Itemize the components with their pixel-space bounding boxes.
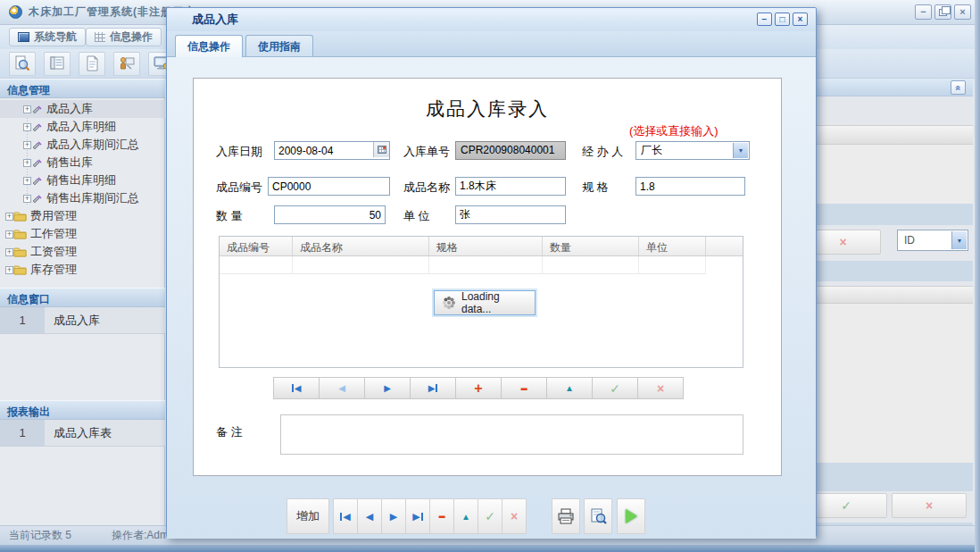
post-check-icon: ✓	[485, 509, 495, 523]
product-code-input[interactable]	[268, 177, 390, 196]
id-field-combo[interactable]: ID ▼	[897, 230, 968, 251]
grid-cell	[293, 256, 429, 274]
document-button[interactable]	[79, 52, 105, 76]
tree-item-inbound-summary[interactable]: 成品入库期间汇总	[0, 136, 165, 154]
tree-item-expense-management[interactable]: 费用管理	[0, 207, 165, 225]
expand-plus-icon[interactable]	[23, 105, 31, 113]
right-grid-body	[803, 145, 973, 204]
preview-button[interactable]	[584, 498, 612, 534]
grid-cell	[220, 256, 293, 274]
spec-input[interactable]	[635, 177, 745, 196]
expand-plus-icon[interactable]	[5, 266, 13, 274]
collapse-panel-button[interactable]: «	[951, 80, 966, 95]
dialog-bottom-toolbar: 增加 ◀ ◀ ▶ ▶ − ▲ ✓ ×	[167, 498, 816, 536]
grid-col-product-code[interactable]: 成品编号	[220, 237, 293, 255]
bottom-nav-delete-button[interactable]: −	[429, 498, 454, 534]
main-restore-button[interactable]	[934, 4, 951, 20]
grid-col-spec[interactable]: 规格	[429, 237, 543, 255]
preview-magnifier-icon	[590, 508, 607, 525]
bottom-nav-post-button[interactable]: ✓	[478, 498, 502, 534]
confirm-button[interactable]: ✓	[805, 493, 887, 518]
expand-plus-icon[interactable]	[23, 141, 31, 149]
nav-next-button[interactable]: ▶	[364, 377, 411, 399]
expand-plus-icon[interactable]	[5, 248, 13, 256]
operator-button[interactable]	[113, 52, 140, 76]
dialog-tab-user-guide[interactable]: 使用指南	[245, 35, 313, 56]
bottom-nav-edit-button[interactable]: ▲	[453, 498, 478, 534]
tree-item-salary-management[interactable]: 工资管理	[0, 243, 165, 261]
dialog-close-button[interactable]: ×	[793, 13, 808, 26]
handler-combo[interactable]: 厂长 ▼	[635, 141, 750, 160]
product-name-label: 成品名称	[403, 180, 450, 196]
chevron-down-icon: ▼	[733, 143, 748, 158]
nav-post-button[interactable]: ✓	[592, 377, 638, 399]
nav-delete-button[interactable]: −	[501, 377, 547, 399]
prior-record-icon: ◀	[338, 384, 345, 393]
bottom-nav-next-button[interactable]: ▶	[381, 498, 406, 534]
nav-edit-button[interactable]: ▲	[546, 377, 593, 399]
unit-input[interactable]	[455, 205, 566, 224]
bottom-nav-last-button[interactable]: ▶	[405, 498, 430, 534]
quantity-input[interactable]	[274, 205, 386, 224]
date-picker-button[interactable]	[373, 142, 389, 157]
tree-item-sales-outbound[interactable]: 销售出库	[0, 154, 165, 171]
expand-plus-icon[interactable]	[23, 159, 31, 167]
tree-item-inventory-management[interactable]: 库存管理	[0, 261, 165, 279]
expand-plus-icon[interactable]	[5, 230, 13, 238]
grid-col-unit[interactable]: 单位	[639, 237, 706, 255]
expand-plus-icon[interactable]	[23, 123, 31, 131]
grid-col-product-name[interactable]: 成品名称	[293, 237, 429, 255]
expand-plus-icon[interactable]	[5, 213, 13, 221]
report-row[interactable]: 1 成品入库表	[0, 420, 165, 447]
input-hint: (选择或直接输入)	[629, 123, 718, 139]
nav-cancel-button[interactable]: ×	[637, 377, 684, 399]
tree-item-label: 销售出库	[46, 155, 93, 171]
collapse-chevron-icon: «	[953, 85, 963, 90]
tree-item-finished-goods-inbound[interactable]: 成品入库	[0, 100, 165, 118]
red-x-icon: ×	[926, 498, 933, 513]
tree-item-work-management[interactable]: 工作管理	[0, 225, 165, 243]
bottom-nav-prior-button[interactable]: ◀	[357, 498, 382, 534]
add-button[interactable]: 增加	[287, 498, 329, 534]
sidebar-group-info-management[interactable]: 信息管理	[0, 79, 165, 98]
tree-item-outbound-summary[interactable]: 销售出库期间汇总	[0, 189, 165, 207]
nav-first-button[interactable]: ◀	[273, 377, 320, 399]
window-frame-bottom	[0, 545, 980, 552]
nav-prior-button[interactable]: ◀	[319, 377, 365, 399]
tree-item-inbound-detail[interactable]: 成品入库明细	[0, 118, 165, 136]
list-view-button[interactable]	[44, 52, 71, 76]
bottom-nav-cancel-button[interactable]: ×	[502, 498, 527, 534]
tab-system-navigation[interactable]: 系统导航	[9, 28, 86, 46]
main-minimize-button[interactable]: −	[915, 4, 932, 20]
cancel-x-icon: ×	[657, 381, 664, 396]
expand-plus-icon[interactable]	[23, 177, 31, 185]
dialog-minimize-button[interactable]: −	[757, 13, 772, 26]
grid-col-quantity[interactable]: 数量	[543, 237, 639, 255]
sidebar-group-info-windows[interactable]: 信息窗口	[0, 288, 165, 307]
bottom-nav-first-button[interactable]: ◀	[333, 498, 358, 534]
dialog-titlebar[interactable]: 成品入库 − □ ×	[167, 8, 816, 31]
main-close-button[interactable]: ×	[954, 4, 971, 20]
tab-label: 信息操作	[110, 29, 153, 45]
nav-last-button[interactable]: ▶	[410, 377, 456, 399]
search-button[interactable]	[9, 52, 36, 76]
tree-item-label: 销售出库明细	[46, 172, 116, 188]
grid-header: 成品编号 成品名称 规格 数量 单位	[220, 237, 743, 256]
run-button[interactable]	[617, 498, 645, 534]
product-name-input[interactable]	[455, 177, 566, 196]
print-button[interactable]	[552, 498, 580, 534]
tree-item-outbound-detail[interactable]: 销售出库明细	[0, 171, 165, 189]
printer-icon	[557, 508, 575, 524]
right-grid-body-2	[803, 304, 973, 463]
sidebar-group-report-output[interactable]: 报表输出	[0, 400, 165, 420]
dialog-tab-info-operation[interactable]: 信息操作	[175, 35, 243, 57]
info-window-row[interactable]: 1 成品入库	[0, 307, 165, 334]
last-record-icon: ▶	[412, 512, 422, 522]
remark-textarea[interactable]	[280, 414, 743, 455]
tab-info-operation[interactable]: 信息操作	[86, 28, 162, 46]
grid-icon	[95, 32, 105, 42]
dialog-maximize-button[interactable]: □	[775, 13, 790, 26]
expand-plus-icon[interactable]	[23, 195, 31, 203]
nav-insert-button[interactable]: +	[455, 377, 502, 399]
cancel-button[interactable]: ×	[892, 493, 967, 518]
